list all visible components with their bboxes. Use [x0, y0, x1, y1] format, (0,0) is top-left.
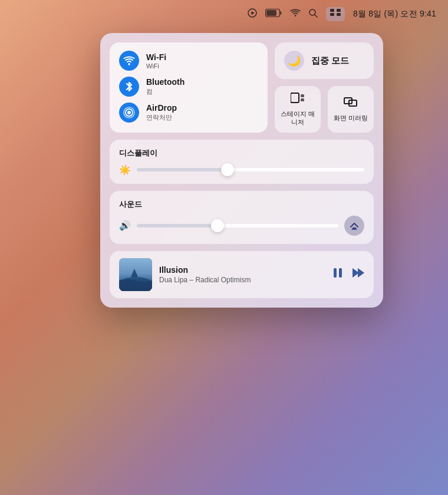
wifi-sub: WiFi	[146, 62, 166, 70]
svg-rect-8	[337, 9, 341, 12]
display-slider-thumb[interactable]	[221, 163, 234, 176]
wifi-icon	[119, 51, 139, 71]
airdrop-item[interactable]: AirDrop 연락처만	[119, 103, 258, 123]
menubar: 8월 8일 (목) 오전 9:41	[0, 0, 448, 28]
svg-marker-26	[358, 268, 364, 278]
sound-label: 사운드	[119, 199, 364, 210]
album-art	[119, 258, 152, 291]
display-section: 디스플레이 ☀️	[110, 140, 374, 184]
stage-manager-icon	[291, 92, 305, 107]
svg-point-11	[127, 111, 131, 114]
brightness-icon: ☀️	[119, 164, 131, 176]
battery-icon[interactable]	[265, 9, 282, 19]
svg-rect-10	[337, 13, 341, 16]
svg-line-6	[315, 15, 317, 17]
control-center-icon[interactable]	[326, 7, 345, 21]
svg-rect-21	[119, 258, 152, 291]
svg-point-22	[119, 277, 152, 291]
sound-slider-row: 🔊	[119, 216, 364, 236]
bluetooth-item[interactable]: Bluetooth 컴	[119, 77, 258, 97]
sound-slider-fill	[137, 224, 218, 227]
svg-rect-7	[330, 9, 334, 12]
airdrop-sub: 연락처만	[146, 113, 177, 122]
network-tile[interactable]: Wi-Fi WiFi Bluetooth 컴	[110, 42, 268, 133]
svg-rect-9	[330, 13, 334, 16]
right-column: 🌙 집중 모드 스테이지 매니저	[275, 42, 374, 133]
focus-label: 집중 모드	[311, 55, 349, 67]
wifi-item[interactable]: Wi-Fi WiFi	[119, 51, 258, 71]
control-center-panel: Wi-Fi WiFi Bluetooth 컴	[100, 33, 383, 308]
airdrop-text: AirDrop 연락처만	[146, 103, 177, 122]
focus-icon: 🌙	[284, 51, 304, 71]
display-slider[interactable]	[137, 168, 364, 171]
small-buttons-row: 스테이지 매니저 화면 미러링	[275, 86, 374, 133]
now-playing-title: Illusion	[159, 265, 324, 275]
wifi-name: Wi-Fi	[146, 52, 166, 62]
volume-icon: 🔊	[119, 220, 131, 231]
sound-slider-thumb[interactable]	[211, 219, 224, 232]
svg-rect-15	[301, 94, 304, 97]
search-menubar-icon[interactable]	[309, 9, 318, 20]
airdrop-icon	[119, 103, 139, 123]
screen-mirror-label: 화면 미러링	[334, 114, 368, 122]
menubar-items: 8월 8일 (목) 오전 9:41	[248, 7, 436, 21]
sound-section: 사운드 🔊	[110, 191, 374, 244]
wifi-text: Wi-Fi WiFi	[146, 52, 166, 70]
svg-rect-14	[291, 93, 299, 103]
stage-manager-button[interactable]: 스테이지 매니저	[275, 86, 321, 133]
now-playing-artist: Dua Lipa – Radical Optimism	[159, 276, 324, 284]
sound-slider[interactable]	[137, 224, 338, 227]
display-slider-fill	[137, 168, 228, 171]
svg-rect-4	[266, 10, 276, 16]
menubar-time[interactable]: 8월 8일 (목) 오전 9:41	[353, 9, 436, 19]
screen-mirror-button[interactable]: 화면 미러링	[328, 86, 374, 133]
svg-rect-23	[334, 268, 337, 278]
playback-controls	[331, 266, 364, 282]
pause-button[interactable]	[331, 266, 344, 282]
airplay-button[interactable]	[344, 216, 364, 236]
svg-marker-1	[251, 11, 254, 15]
airdrop-name: AirDrop	[146, 103, 177, 113]
svg-rect-3	[280, 11, 282, 15]
display-label: 디스플레이	[119, 148, 364, 159]
display-slider-row: ☀️	[119, 164, 364, 176]
album-art-image	[119, 258, 152, 291]
bluetooth-name: Bluetooth	[146, 77, 185, 87]
stage-manager-label: 스테이지 매니저	[281, 110, 315, 127]
bluetooth-sub: 컴	[146, 87, 185, 96]
bluetooth-text: Bluetooth 컴	[146, 77, 185, 96]
svg-rect-24	[339, 268, 342, 278]
screen-mirror-icon	[344, 96, 358, 111]
play-icon[interactable]	[248, 8, 257, 20]
focus-mode-tile[interactable]: 🌙 집중 모드	[275, 42, 374, 79]
skip-forward-button[interactable]	[351, 266, 364, 282]
svg-rect-16	[301, 98, 304, 101]
now-playing-info: Illusion Dua Lipa – Radical Optimism	[159, 265, 324, 284]
wifi-menubar-icon[interactable]	[290, 9, 301, 19]
bluetooth-icon	[119, 77, 139, 97]
top-row: Wi-Fi WiFi Bluetooth 컴	[110, 42, 374, 133]
now-playing-section: Illusion Dua Lipa – Radical Optimism	[110, 251, 374, 298]
